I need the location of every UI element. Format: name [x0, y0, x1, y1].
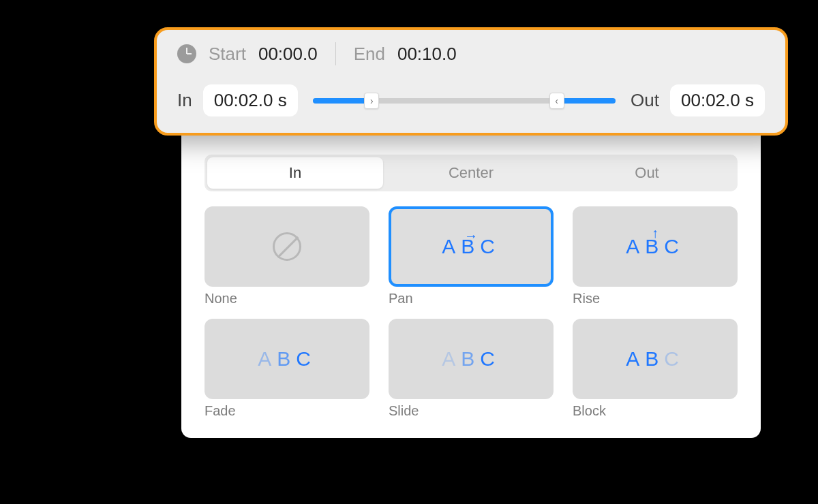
effect-pan: → ABC Pan	[389, 206, 554, 306]
end-label: End	[354, 44, 385, 65]
slider-fill-in	[313, 98, 367, 104]
effect-rise-swatch[interactable]: ↑ ABC	[573, 206, 738, 287]
effect-slide-label: Slide	[389, 403, 554, 419]
tab-in[interactable]: In	[207, 157, 383, 189]
start-value[interactable]: 00:00.0	[258, 44, 318, 65]
chevron-left-icon: ‹	[555, 95, 558, 106]
tab-center[interactable]: Center	[383, 157, 559, 189]
effect-block-swatch[interactable]: ABC	[573, 319, 738, 399]
start-label: Start	[209, 44, 246, 65]
timing-range-row: Start 00:00.0 End 00:10.0	[177, 42, 765, 65]
effect-slide: ABC Slide	[389, 319, 554, 419]
effect-pan-label: Pan	[389, 291, 554, 306]
effect-rise: ↑ ABC Rise	[573, 206, 738, 306]
duration-slider[interactable]: › ‹	[313, 98, 616, 104]
effect-fade: ABC Fade	[204, 319, 369, 419]
effect-block: ABC Block	[573, 319, 738, 419]
effect-fade-swatch[interactable]: ABC	[204, 319, 369, 399]
end-value[interactable]: 00:10.0	[397, 44, 457, 65]
tab-out[interactable]: Out	[559, 157, 735, 189]
effects-grid: None → ABC Pan ↑ ABC Rise ABC	[204, 206, 738, 419]
sample-text: ABC	[442, 347, 500, 371]
slider-fill-out	[561, 98, 616, 104]
arrow-right-icon: →	[464, 228, 478, 244]
effect-slide-swatch[interactable]: ABC	[389, 319, 554, 399]
timing-bar: Start 00:00.0 End 00:10.0 In 00:02.0 s ›…	[154, 27, 788, 136]
effect-fade-label: Fade	[204, 403, 369, 419]
effect-rise-label: Rise	[573, 291, 738, 306]
in-label: In	[177, 90, 192, 111]
sample-text: ABC	[258, 347, 316, 371]
effect-none-swatch[interactable]	[204, 206, 369, 287]
in-duration-field[interactable]: 00:02.0 s	[203, 84, 298, 116]
arrow-up-icon: ↑	[652, 225, 658, 241]
effect-phase-tabs: In Center Out	[204, 155, 738, 191]
clock-icon	[177, 44, 196, 63]
effect-pan-swatch[interactable]: → ABC	[389, 206, 554, 287]
chevron-right-icon: ›	[370, 95, 374, 106]
effect-block-label: Block	[573, 403, 738, 419]
effect-none: None	[204, 206, 369, 306]
sample-text: ABC	[626, 347, 684, 371]
effect-none-label: None	[204, 291, 369, 306]
prohibit-icon	[273, 232, 301, 261]
out-label: Out	[631, 90, 659, 111]
timing-inout-row: In 00:02.0 s › ‹ Out 00:02.0 s	[177, 84, 765, 116]
divider	[335, 42, 336, 65]
slider-handle-in[interactable]: ›	[364, 93, 379, 109]
effects-panel: In Center Out None → ABC Pan ↑	[181, 127, 761, 438]
slider-handle-out[interactable]: ‹	[549, 93, 564, 109]
out-duration-field[interactable]: 00:02.0 s	[670, 84, 765, 116]
